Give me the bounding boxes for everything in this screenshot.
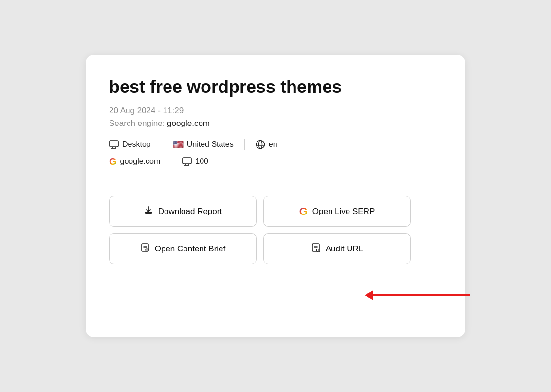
meta-engine-row: Search engine: google.com [109, 119, 442, 128]
google-g-icon: G [109, 157, 117, 166]
download-report-button[interactable]: Download Report [109, 196, 257, 227]
search-engine-label: Search engine: [109, 119, 165, 128]
main-card: best free wordpress themes 20 Aug 2024 -… [86, 55, 465, 337]
content-brief-icon [140, 243, 150, 255]
google-serp-icon: G [299, 206, 308, 217]
arrow-line [373, 294, 470, 296]
attributes-row-2: G google.com 100 [109, 157, 442, 166]
arrow-head [365, 290, 373, 300]
svg-rect-8 [183, 158, 191, 164]
device-attr: Desktop [109, 140, 162, 149]
desktop-icon [109, 140, 119, 149]
download-icon [144, 205, 153, 217]
results-count: 100 [195, 157, 208, 166]
open-live-serp-label: Open Live SERP [312, 207, 375, 216]
language-label: en [269, 140, 277, 149]
audit-icon [311, 243, 321, 255]
svg-rect-12 [145, 213, 152, 214]
results-attr: 100 [182, 157, 208, 166]
language-attr: en [256, 140, 277, 149]
flag-icon: 🇺🇸 [173, 139, 184, 150]
svg-rect-0 [110, 141, 118, 147]
results-icon [182, 157, 192, 166]
attributes-row-1: Desktop 🇺🇸 United States en [109, 139, 442, 150]
audit-url-button[interactable]: Audit URL [263, 233, 411, 264]
country-attr: 🇺🇸 United States [173, 139, 245, 150]
audit-url-label: Audit URL [326, 244, 363, 254]
google-attr: G google.com [109, 157, 171, 166]
keyword-title: best free wordpress themes [109, 76, 442, 97]
divider [109, 180, 442, 180]
device-label: Desktop [122, 140, 151, 149]
search-engine-value: google.com [167, 119, 210, 128]
buttons-grid: Download Report G Open Live SERP [109, 196, 411, 264]
svg-line-25 [319, 251, 320, 252]
open-content-brief-label: Open Content Brief [155, 244, 226, 254]
open-live-serp-button[interactable]: G Open Live SERP [263, 196, 411, 227]
arrow-annotation [365, 290, 470, 300]
svg-point-5 [258, 141, 262, 149]
globe-icon [256, 140, 265, 149]
open-content-brief-button[interactable]: Open Content Brief [109, 233, 257, 264]
country-label: United States [187, 140, 234, 149]
download-report-label: Download Report [158, 207, 222, 216]
svg-point-4 [256, 141, 264, 149]
meta-date: 20 Aug 2024 - 11:29 [109, 106, 442, 116]
google-label: google.com [120, 157, 161, 166]
